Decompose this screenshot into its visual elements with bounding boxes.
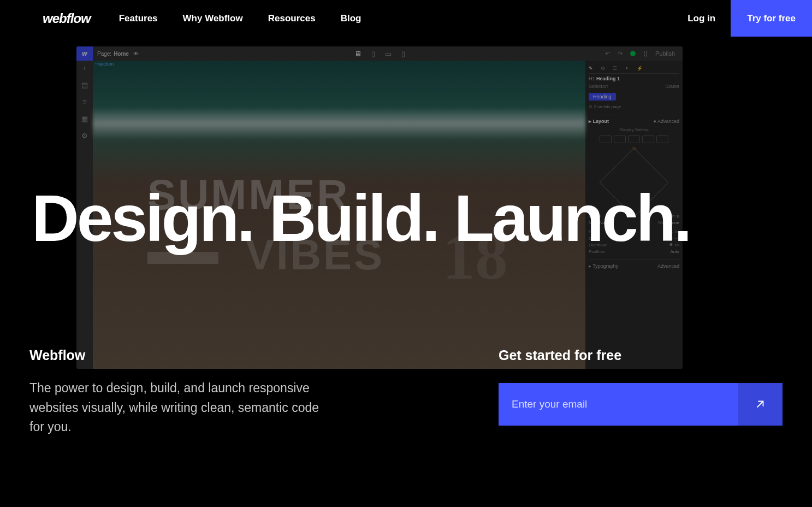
preview-icon: 👁 bbox=[133, 51, 139, 57]
tablet-landscape-icon: ▭ bbox=[385, 50, 392, 58]
nav-right: Log in Try for free bbox=[672, 0, 812, 37]
arrow-icon bbox=[754, 398, 766, 410]
states-label: States bbox=[665, 84, 679, 89]
nav-resources[interactable]: Resources bbox=[268, 13, 316, 24]
bottom-description: The power to design, build, and launch r… bbox=[29, 379, 335, 437]
pages-icon: ▤ bbox=[81, 81, 88, 89]
editor-topbar: w Page: Home 👁 🖥 ▯ ▭ ▯ ↶ ↷ ⟨⟩ Publish bbox=[76, 46, 683, 61]
bottom-right: Get started for free bbox=[499, 347, 783, 437]
bottom-section: Webflow The power to design, build, and … bbox=[29, 347, 783, 437]
status-dot bbox=[630, 51, 636, 56]
cta-title: Get started for free bbox=[499, 347, 783, 363]
svg-line-0 bbox=[757, 402, 763, 408]
try-free-button[interactable]: Try for free bbox=[731, 0, 812, 37]
code-icon: ⟨⟩ bbox=[643, 50, 648, 57]
typography-header: ▸ Typography bbox=[589, 263, 618, 269]
email-input[interactable] bbox=[499, 383, 738, 426]
nav-blog[interactable]: Blog bbox=[341, 13, 361, 24]
page-label: Page: bbox=[97, 51, 111, 57]
display-setting-label: Display Setting bbox=[589, 127, 679, 132]
onpage-count: ⊙ 2 on this page bbox=[589, 104, 679, 109]
top-nav: webflow Features Why Webflow Resources B… bbox=[0, 0, 812, 37]
add-icon: + bbox=[82, 64, 87, 72]
publish-button: Publish bbox=[655, 50, 675, 57]
cms-icon: ≡ bbox=[82, 98, 87, 106]
tablet-icon: ▯ bbox=[371, 50, 375, 58]
login-link[interactable]: Log in bbox=[672, 0, 731, 37]
redo-icon: ↷ bbox=[618, 50, 623, 57]
brush-icon: ✎ bbox=[589, 66, 593, 71]
bottom-left: Webflow The power to design, build, and … bbox=[29, 347, 335, 437]
assets-icon: ▦ bbox=[81, 115, 88, 123]
desktop-icon: 🖥 bbox=[354, 50, 361, 58]
nav-features[interactable]: Features bbox=[119, 13, 158, 24]
selector-label: Selector: bbox=[589, 84, 608, 89]
settings-icon: ⚙ bbox=[81, 132, 88, 140]
heading-badge: Heading bbox=[589, 93, 616, 101]
email-form bbox=[499, 383, 783, 426]
nav-why-webflow[interactable]: Why Webflow bbox=[183, 13, 243, 24]
section-tag: section bbox=[93, 61, 116, 67]
submit-button[interactable] bbox=[738, 383, 783, 426]
layout-header: ▸ Layout bbox=[589, 119, 609, 124]
device-switcher: 🖥 ▯ ▭ ▯ bbox=[354, 50, 405, 58]
interactions-icon: ✦ bbox=[625, 66, 629, 71]
gear-icon: ⚙ bbox=[601, 66, 605, 71]
wave-decoration bbox=[93, 107, 585, 140]
advanced-toggle: ● Advanced bbox=[654, 119, 679, 124]
display-options bbox=[589, 135, 679, 143]
bolt-icon: ⚡ bbox=[637, 66, 643, 71]
nav-links: Features Why Webflow Resources Blog bbox=[119, 13, 361, 24]
undo-icon: ↶ bbox=[605, 50, 610, 57]
settings-lines-icon: ☰ bbox=[613, 66, 617, 71]
bottom-title: Webflow bbox=[29, 347, 335, 363]
page-name: Home bbox=[114, 51, 129, 57]
editor-right-actions: ↶ ↷ ⟨⟩ Publish bbox=[605, 50, 683, 57]
element-heading: H1 Heading 1 bbox=[589, 76, 679, 81]
editor-logo: w bbox=[76, 46, 93, 61]
hero-headline: Design. Build. Launch. bbox=[32, 180, 812, 256]
logo[interactable]: webflow bbox=[43, 11, 91, 26]
mobile-icon: ▯ bbox=[401, 50, 405, 58]
